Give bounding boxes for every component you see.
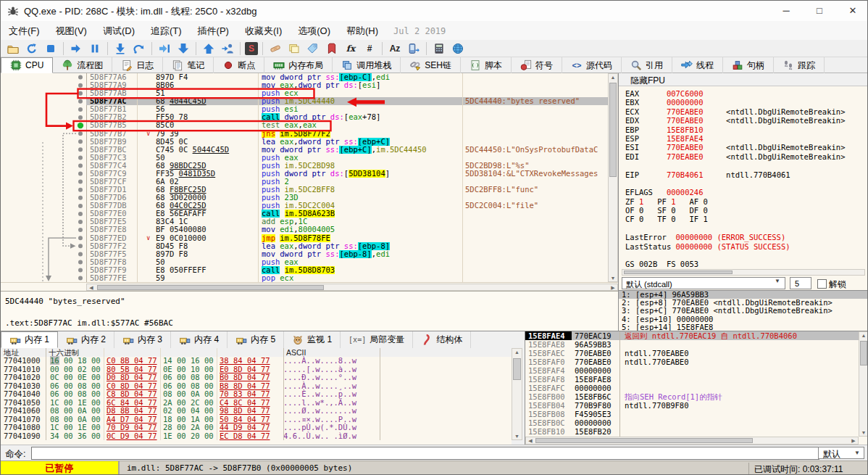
labels-icon[interactable] [305,41,321,56]
register-line[interactable]: GS 002B FS 0053 [625,260,864,268]
arg-count-stepper[interactable]: 5▲▼ [790,277,811,289]
menu-item-6[interactable]: 选项(O) [290,21,338,38]
register-line[interactable]: LastError 00000000 (ERROR_SUCCESS) [625,233,864,241]
stack-row[interactable]: 15E8FAE4770EAC19返回到 ntdll.770EAC19 自 ntd… [525,331,859,340]
open-folder-icon[interactable] [5,41,21,56]
menu-item-0[interactable]: 文件(F) [1,21,48,38]
assemble-az-icon[interactable]: Az [387,41,403,56]
stack-row[interactable]: 15E8FB0015E8FB6C指向SEH_Record[1]的指针 [525,392,859,401]
register-line[interactable]: ESI 770EABE0 <ntdll.DbgUiRemoteBreakin> [625,143,864,152]
breakpoint-dot[interactable] [78,180,83,184]
breakpoint-dot[interactable] [78,276,83,281]
attach-icon[interactable] [220,41,235,56]
register-list[interactable]: EAX 007C6000EBX 00000000ECX 770EABE0 <nt… [625,89,864,269]
register-line[interactable]: EIP 770B4061 ntdll.770B4061 [625,170,864,179]
bookmarks-icon[interactable] [324,41,340,56]
tab-threads-arrows[interactable]: 线程 [672,57,723,73]
step-out-icon[interactable] [175,41,191,56]
call-arguments-list[interactable]: 1: [esp+4] 96A59BB32: [esp+8] 770EABE0 <… [619,290,868,331]
dump-row[interactable]: 770410200C 00 0E 00D0 8D 04 7706 00 08 0… [1,373,512,382]
chevron-down-icon[interactable]: ▼ [854,450,860,456]
functions-fx-icon[interactable]: fx [343,41,359,56]
close-button[interactable]: ✕ [837,1,868,21]
register-hscrollbar[interactable] [622,269,865,276]
breakpoint-dot[interactable] [78,196,83,200]
run-icon[interactable] [68,41,84,56]
bottom-tab-struct-ribbon[interactable]: 结构体 [413,331,471,348]
calculator-icon[interactable] [431,41,447,56]
register-line[interactable]: CF 0 TF 0 IF 1 [625,215,864,223]
breakpoint-dot[interactable] [78,99,83,104]
dump-row[interactable]: 7704100016 00 18 00C0 8B 04 7714 00 16 0… [1,357,512,365]
stack-row[interactable]: 15E8FB0C00000000 [525,418,859,427]
chevron-down-icon[interactable]: ▼ [775,278,780,284]
breakpoint-dot[interactable] [78,260,83,264]
register-line[interactable]: EAX 007C6000 [625,89,864,98]
breakpoint-dot[interactable] [78,172,83,176]
disasm-vscrollbar[interactable]: ▲ ▼ [608,73,618,282]
tab-notes-pages[interactable]: 笔记 [163,57,214,73]
breakpoint-dot[interactable] [78,107,83,112]
hash-icon[interactable]: # [362,41,377,56]
breakpoint-dot[interactable] [78,75,83,80]
stack-row[interactable]: 15E8FAF0770EABE0ntdll.770EABE0 [525,358,859,366]
tab-cpu-chip[interactable]: CPU [1,57,53,73]
minimize-button[interactable]: ─ [770,1,802,21]
call-argument-row[interactable]: 2: [esp+8] 770EABE0 <ntdll.DbgUiRemoteBr… [619,299,868,307]
tab-source-code[interactable]: <>源代码 [562,57,622,73]
bottom-tab-watch-dog[interactable]: 监视 1 [284,331,341,348]
tab-handles-cubes[interactable]: 句柄 [723,57,774,73]
bottom-tab-memory-cart[interactable]: 内存 3 [114,331,171,348]
breakpoint-dot[interactable] [78,252,83,256]
dump-row[interactable]: 7704106008 00 0A 00D8 8B 04 7702 00 04 0… [1,407,512,416]
tab-symbols-page[interactable]: 符号 [512,57,562,73]
unlock-checkbox[interactable] [817,279,827,289]
maximize-button[interactable]: □ [804,1,835,21]
breakpoint-dot[interactable] [78,139,83,144]
tab-log-page[interactable]: 日志 [112,57,163,73]
register-line[interactable]: EDX 770EABE0 <ntdll.DbgUiRemoteBreakin> [625,116,864,125]
register-line[interactable]: ECX 770EABE0 <ntdll.DbgUiRemoteBreakin> [625,107,864,116]
restart-icon[interactable] [24,41,40,56]
breakpoint-dot[interactable] [78,268,83,273]
menu-item-4[interactable]: 插件(P) [190,21,237,38]
register-line[interactable] [625,251,864,260]
stack-row[interactable]: 15E8FAE896A59BB3 [525,340,859,349]
breakpoint-dot[interactable] [78,164,83,168]
dump-row[interactable]: 7704109034 00 36 000C D9 04 771E 00 20 0… [1,432,512,441]
breakpoint-dot[interactable] [78,83,83,88]
register-line[interactable]: EBX 00000000 [625,98,864,107]
stack-rows[interactable]: 15E8FAE4770EAC19返回到 ntdll.770EAC19 自 ntd… [525,331,859,437]
bottom-tab-memory-cart[interactable]: 内存 4 [171,331,228,348]
menu-item-2[interactable]: 调试(D) [95,21,143,38]
menu-item-7[interactable]: 帮助(H) [338,21,386,38]
call-argument-row[interactable]: 1: [esp+4] 96A59BB3 [619,291,868,299]
register-line[interactable]: ZF 1 PF 1 AF 0 [625,197,864,206]
tab-trace-footprints[interactable]: 跟踪 [774,57,825,73]
stack-row[interactable]: 15E8FB08F45905E3 [525,410,859,418]
call-argument-row[interactable]: 4: [esp+10] 00000000 [619,315,868,323]
breakpoint-dot[interactable] [78,220,83,224]
globe-icon[interactable] [450,41,466,56]
register-line[interactable]: EBP 15E8FB10 [625,125,864,134]
stack-row[interactable]: 15E8FB04770B9F80ntdll.770B9F80 [525,401,859,410]
tab-memory-map[interactable]: 内存布局 [264,57,333,73]
call-phone-icon[interactable] [406,41,422,56]
breakpoint-gutter[interactable] [1,73,86,282]
bottom-tab-memory-cart[interactable]: 内存 2 [58,331,114,348]
stop-icon[interactable] [43,41,59,56]
bottom-tab-locals-bracket[interactable]: [x=]局部变量 [341,331,413,348]
breakpoint-dot[interactable] [78,244,83,248]
breakpoint-dot[interactable] [78,212,83,216]
breakpoint-dot[interactable] [78,147,83,152]
dump-rows[interactable]: 7704100016 00 18 00C0 8B 04 7714 00 16 0… [1,357,512,440]
tab-graph-tree[interactable]: 流程图 [53,57,112,73]
register-line[interactable] [625,224,864,233]
patches-icon[interactable] [267,41,283,56]
breakpoint-dot[interactable] [78,91,83,96]
dump-row[interactable]: 7704104006 00 08 00C8 8D 04 7708 00 0A 0… [1,390,512,399]
tab-references-magnifier[interactable]: 引用 [622,57,672,73]
disasm-hscrollbar[interactable]: ◀ ▶ [86,284,618,291]
calling-convention-select[interactable]: 默认 (stdcall)▼ [622,277,785,289]
step-over-icon[interactable] [131,41,147,56]
